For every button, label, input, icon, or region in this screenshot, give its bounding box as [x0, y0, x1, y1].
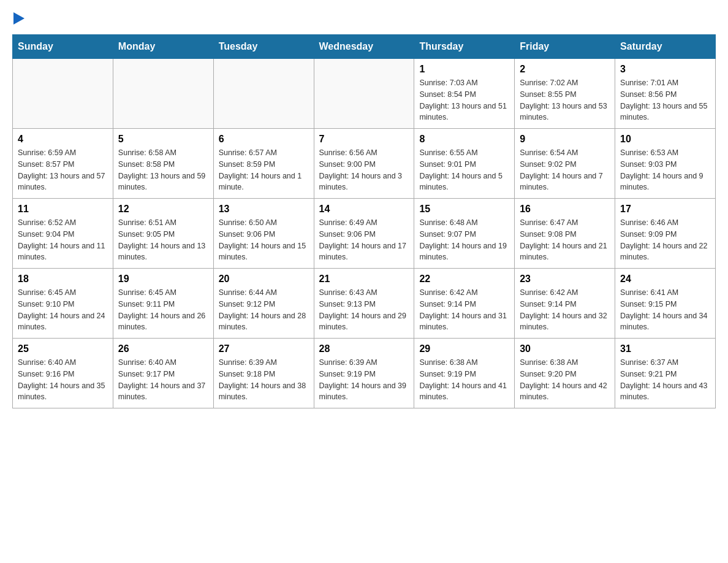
- calendar-day-cell: 26Sunrise: 6:40 AM Sunset: 9:17 PM Dayli…: [113, 339, 213, 408]
- page-header: [12, 12, 716, 22]
- calendar-day-cell: 22Sunrise: 6:42 AM Sunset: 9:14 PM Dayli…: [414, 269, 515, 339]
- day-info: Sunrise: 6:46 AM Sunset: 9:09 PM Dayligh…: [620, 217, 710, 263]
- day-number: 20: [219, 274, 309, 285]
- weekday-header-sunday: Sunday: [13, 35, 113, 59]
- day-number: 18: [18, 274, 108, 285]
- calendar-day-cell: 14Sunrise: 6:49 AM Sunset: 9:06 PM Dayli…: [314, 199, 414, 269]
- day-number: 25: [18, 343, 108, 354]
- day-info: Sunrise: 6:41 AM Sunset: 9:15 PM Dayligh…: [620, 287, 710, 333]
- day-number: 30: [520, 343, 610, 354]
- calendar-week-row: 1Sunrise: 7:03 AM Sunset: 8:54 PM Daylig…: [13, 59, 716, 129]
- calendar-day-cell: 30Sunrise: 6:38 AM Sunset: 9:20 PM Dayli…: [515, 339, 615, 408]
- calendar-day-cell: 11Sunrise: 6:52 AM Sunset: 9:04 PM Dayli…: [13, 199, 113, 269]
- day-number: 3: [620, 64, 710, 75]
- calendar-day-cell: 12Sunrise: 6:51 AM Sunset: 9:05 PM Dayli…: [113, 199, 213, 269]
- calendar-day-cell: 31Sunrise: 6:37 AM Sunset: 9:21 PM Dayli…: [615, 339, 716, 408]
- calendar-day-cell: 27Sunrise: 6:39 AM Sunset: 9:18 PM Dayli…: [213, 339, 314, 408]
- day-info: Sunrise: 7:01 AM Sunset: 8:56 PM Dayligh…: [620, 77, 710, 123]
- day-number: 4: [18, 134, 108, 145]
- day-number: 26: [118, 343, 208, 354]
- day-info: Sunrise: 6:40 AM Sunset: 9:17 PM Dayligh…: [118, 357, 208, 403]
- calendar-day-cell: 3Sunrise: 7:01 AM Sunset: 8:56 PM Daylig…: [615, 59, 716, 129]
- calendar-day-cell: 6Sunrise: 6:57 AM Sunset: 8:59 PM Daylig…: [213, 129, 314, 199]
- day-info: Sunrise: 6:50 AM Sunset: 9:06 PM Dayligh…: [219, 217, 309, 263]
- day-info: Sunrise: 6:48 AM Sunset: 9:07 PM Dayligh…: [419, 217, 509, 263]
- calendar-day-cell: [113, 59, 213, 129]
- weekday-header-monday: Monday: [113, 35, 213, 59]
- day-number: 11: [18, 204, 108, 215]
- day-number: 22: [419, 274, 509, 285]
- calendar-day-cell: 9Sunrise: 6:54 AM Sunset: 9:02 PM Daylig…: [515, 129, 615, 199]
- calendar-day-cell: 24Sunrise: 6:41 AM Sunset: 9:15 PM Dayli…: [615, 269, 716, 339]
- day-number: 21: [319, 274, 409, 285]
- day-info: Sunrise: 6:54 AM Sunset: 9:02 PM Dayligh…: [520, 147, 610, 193]
- day-info: Sunrise: 6:39 AM Sunset: 9:19 PM Dayligh…: [319, 357, 409, 403]
- day-number: 13: [219, 204, 309, 215]
- day-number: 12: [118, 204, 208, 215]
- day-number: 24: [620, 274, 710, 285]
- day-number: 5: [118, 134, 208, 145]
- day-number: 17: [620, 204, 710, 215]
- calendar-day-cell: 23Sunrise: 6:42 AM Sunset: 9:14 PM Dayli…: [515, 269, 615, 339]
- day-info: Sunrise: 6:55 AM Sunset: 9:01 PM Dayligh…: [419, 147, 509, 193]
- calendar-table: SundayMondayTuesdayWednesdayThursdayFrid…: [12, 34, 716, 408]
- calendar-day-cell: 29Sunrise: 6:38 AM Sunset: 9:19 PM Dayli…: [414, 339, 515, 408]
- calendar-day-cell: 15Sunrise: 6:48 AM Sunset: 9:07 PM Dayli…: [414, 199, 515, 269]
- calendar-day-cell: 10Sunrise: 6:53 AM Sunset: 9:03 PM Dayli…: [615, 129, 716, 199]
- calendar-day-cell: 17Sunrise: 6:46 AM Sunset: 9:09 PM Dayli…: [615, 199, 716, 269]
- day-info: Sunrise: 6:56 AM Sunset: 9:00 PM Dayligh…: [319, 147, 409, 193]
- weekday-header-thursday: Thursday: [414, 35, 515, 59]
- day-info: Sunrise: 6:52 AM Sunset: 9:04 PM Dayligh…: [18, 217, 108, 263]
- day-number: 28: [319, 343, 409, 354]
- svg-marker-0: [13, 12, 25, 25]
- day-number: 29: [419, 343, 509, 354]
- day-info: Sunrise: 6:40 AM Sunset: 9:16 PM Dayligh…: [18, 357, 108, 403]
- calendar-day-cell: 25Sunrise: 6:40 AM Sunset: 9:16 PM Dayli…: [13, 339, 113, 408]
- day-number: 10: [620, 134, 710, 145]
- weekday-header-friday: Friday: [515, 35, 615, 59]
- day-number: 6: [219, 134, 309, 145]
- day-number: 1: [419, 64, 509, 75]
- day-number: 16: [520, 204, 610, 215]
- day-number: 8: [419, 134, 509, 145]
- day-info: Sunrise: 6:38 AM Sunset: 9:19 PM Dayligh…: [419, 357, 509, 403]
- calendar-day-cell: 1Sunrise: 7:03 AM Sunset: 8:54 PM Daylig…: [414, 59, 515, 129]
- calendar-day-cell: 20Sunrise: 6:44 AM Sunset: 9:12 PM Dayli…: [213, 269, 314, 339]
- day-info: Sunrise: 6:44 AM Sunset: 9:12 PM Dayligh…: [219, 287, 309, 333]
- day-number: 7: [319, 134, 409, 145]
- day-number: 27: [219, 343, 309, 354]
- day-number: 19: [118, 274, 208, 285]
- day-info: Sunrise: 6:42 AM Sunset: 9:14 PM Dayligh…: [520, 287, 610, 333]
- calendar-header: SundayMondayTuesdayWednesdayThursdayFrid…: [13, 35, 716, 59]
- logo: [12, 12, 25, 22]
- weekday-header-saturday: Saturday: [615, 35, 716, 59]
- day-number: 9: [520, 134, 610, 145]
- day-info: Sunrise: 6:58 AM Sunset: 8:58 PM Dayligh…: [118, 147, 208, 193]
- day-number: 14: [319, 204, 409, 215]
- calendar-day-cell: 18Sunrise: 6:45 AM Sunset: 9:10 PM Dayli…: [13, 269, 113, 339]
- day-number: 15: [419, 204, 509, 215]
- calendar-week-row: 11Sunrise: 6:52 AM Sunset: 9:04 PM Dayli…: [13, 199, 716, 269]
- calendar-day-cell: [13, 59, 113, 129]
- calendar-day-cell: 2Sunrise: 7:02 AM Sunset: 8:55 PM Daylig…: [515, 59, 615, 129]
- weekday-header-wednesday: Wednesday: [314, 35, 414, 59]
- calendar-day-cell: 21Sunrise: 6:43 AM Sunset: 9:13 PM Dayli…: [314, 269, 414, 339]
- calendar-day-cell: [314, 59, 414, 129]
- calendar-day-cell: [213, 59, 314, 129]
- calendar-week-row: 4Sunrise: 6:59 AM Sunset: 8:57 PM Daylig…: [13, 129, 716, 199]
- day-info: Sunrise: 6:53 AM Sunset: 9:03 PM Dayligh…: [620, 147, 710, 193]
- calendar-day-cell: 28Sunrise: 6:39 AM Sunset: 9:19 PM Dayli…: [314, 339, 414, 408]
- calendar-week-row: 18Sunrise: 6:45 AM Sunset: 9:10 PM Dayli…: [13, 269, 716, 339]
- day-info: Sunrise: 6:47 AM Sunset: 9:08 PM Dayligh…: [520, 217, 610, 263]
- day-number: 31: [620, 343, 710, 354]
- day-info: Sunrise: 6:42 AM Sunset: 9:14 PM Dayligh…: [419, 287, 509, 333]
- day-info: Sunrise: 7:03 AM Sunset: 8:54 PM Dayligh…: [419, 77, 509, 123]
- day-number: 2: [520, 64, 610, 75]
- weekday-header-tuesday: Tuesday: [213, 35, 314, 59]
- calendar-week-row: 25Sunrise: 6:40 AM Sunset: 9:16 PM Dayli…: [13, 339, 716, 408]
- day-info: Sunrise: 6:57 AM Sunset: 8:59 PM Dayligh…: [219, 147, 309, 193]
- calendar-body: 1Sunrise: 7:03 AM Sunset: 8:54 PM Daylig…: [13, 59, 716, 408]
- day-info: Sunrise: 6:49 AM Sunset: 9:06 PM Dayligh…: [319, 217, 409, 263]
- day-number: 23: [520, 274, 610, 285]
- calendar-day-cell: 7Sunrise: 6:56 AM Sunset: 9:00 PM Daylig…: [314, 129, 414, 199]
